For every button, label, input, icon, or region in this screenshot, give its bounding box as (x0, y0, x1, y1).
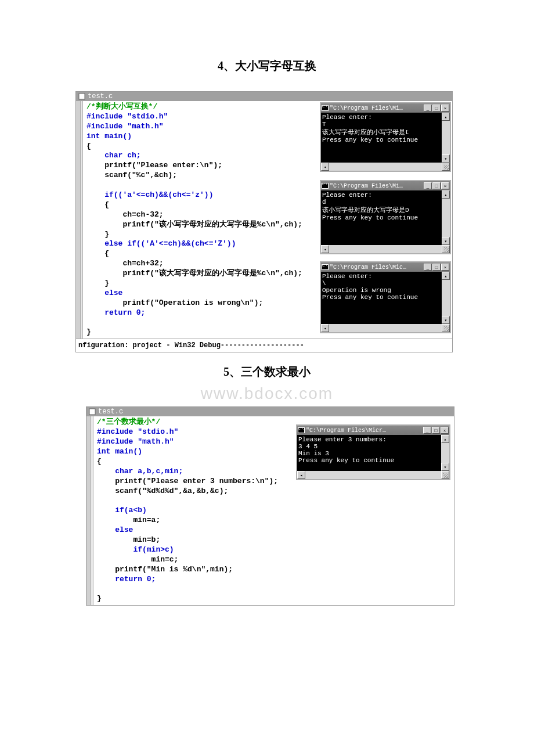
code-line: #include "stdio.h" (97, 427, 178, 436)
minimize-button[interactable]: _ (424, 105, 432, 111)
horizontal-scrollbar[interactable]: ◂▸ (321, 163, 450, 171)
svg-rect-0 (79, 93, 85, 99)
scroll-down-icon[interactable]: ▾ (442, 316, 450, 324)
vertical-scrollbar[interactable]: ▴▾ (442, 113, 450, 163)
scroll-left-icon[interactable]: ◂ (321, 245, 329, 253)
horizontal-scrollbar[interactable]: ◂▸ (321, 324, 450, 332)
close-button[interactable]: × (441, 105, 449, 111)
file-icon (78, 93, 85, 100)
resize-grip[interactable] (442, 163, 450, 171)
code-line: if(a<b) (97, 506, 147, 514)
code-line: return 0; (86, 308, 145, 317)
console-line: Press any key to continue (298, 457, 441, 464)
svg-rect-1 (89, 409, 95, 415)
vertical-scrollbar[interactable]: ▴▾ (442, 190, 450, 245)
code-line: scanf("%d%d%d",&a,&b,&c); (97, 487, 228, 495)
editor-title: test.c (88, 92, 113, 100)
code-line: if(('a'<=ch)&&(ch<='z')) (86, 190, 213, 199)
code-line: printf("该大写字母对应的小写字母是%c\n",ch); (86, 269, 302, 278)
code-line: min=a; (97, 516, 160, 524)
code-line: printf("Please enter:\n"); (86, 161, 222, 170)
scroll-down-icon[interactable]: ▾ (442, 154, 450, 163)
code-line: return 0; (97, 575, 156, 584)
heading-5: 5、三个数求最小 (75, 364, 459, 380)
console-output-1: "C:\Program Files\Mi… _ □ × Please enter… (320, 102, 451, 172)
vertical-scrollbar[interactable]: ▴▾ (442, 272, 450, 324)
horizontal-scrollbar[interactable]: ◂▸ (321, 245, 450, 253)
maximize-button[interactable]: □ (432, 264, 441, 271)
maximize-button[interactable]: □ (432, 182, 441, 189)
scroll-up-icon[interactable]: ▴ (442, 272, 450, 280)
editor-titlebar: test.c (76, 92, 452, 101)
code-line: } (97, 594, 102, 603)
code-line: { (97, 457, 102, 466)
console-line: d (322, 199, 442, 206)
console-titlebar: "C:\Program Files\Mi… _ □ × (321, 103, 450, 113)
screenshot-1: test.c /*判断大小写互换*/ #include "stdio.h" #i… (75, 91, 453, 352)
console-title: "C:\Program Files\Mic… (330, 264, 406, 271)
console-output-2: "C:\Program Files\Mi… _ □ × Please enter… (320, 180, 451, 254)
gutter (76, 101, 81, 339)
code-line: printf("该小写字母对应的大写字母是%c\n",ch); (86, 220, 302, 229)
console-line: \ (322, 280, 442, 287)
console-line: Operation is wrong (322, 287, 442, 294)
code-line: min=c; (97, 555, 178, 564)
scroll-down-icon[interactable]: ▾ (442, 237, 450, 245)
minimize-button[interactable]: _ (424, 182, 432, 189)
scroll-left-icon[interactable]: ◂ (321, 163, 329, 171)
console-titlebar: "C:\Program Files\Mic… _ □ × (321, 262, 450, 272)
code-line: #include "math.h" (97, 437, 174, 446)
screenshot-2: test.c /*三个数求最小*/ #include "stdio.h" #in… (86, 406, 454, 606)
code-line: scanf("%c",&ch); (86, 171, 177, 179)
resize-grip[interactable] (442, 245, 450, 253)
close-button[interactable]: × (441, 427, 449, 434)
console-line: Please enter: (322, 192, 442, 199)
horizontal-scrollbar[interactable]: ◂▸ (297, 471, 449, 479)
code-comment: /*三个数求最小*/ (97, 417, 160, 426)
cmd-icon (322, 264, 329, 270)
gutter (86, 416, 91, 605)
console-title: "C:\Program Files\Mi… (330, 105, 403, 111)
code-line: else (86, 289, 122, 297)
scroll-up-icon[interactable]: ▴ (441, 435, 449, 443)
console-line: Please enter: (322, 273, 442, 280)
watermark: www.bdocx.com (75, 384, 459, 403)
console-line: Please enter 3 numbers: (298, 436, 441, 443)
scroll-down-icon[interactable]: ▾ (441, 463, 449, 471)
editor-title: test.c (98, 408, 123, 416)
close-button[interactable]: × (441, 264, 449, 271)
console-line: 3 4 5 (298, 443, 441, 450)
console-line: 该小写字母对应的大写字母是D (322, 206, 442, 214)
scroll-left-icon[interactable]: ◂ (321, 324, 329, 332)
console-line: T (322, 121, 442, 128)
close-button[interactable]: × (441, 182, 449, 189)
code-line: char a,b,c,min; (97, 467, 183, 476)
code-line: #include "stdio.h" (86, 112, 168, 121)
code-line: { (86, 249, 109, 258)
console-line: Min is 3 (298, 450, 441, 457)
scroll-left-icon[interactable]: ◂ (297, 471, 305, 479)
console-line: Press any key to continue (322, 294, 442, 301)
console-line: Please enter: (322, 114, 442, 121)
scroll-up-icon[interactable]: ▴ (442, 190, 450, 199)
code-line: { (86, 142, 91, 150)
resize-grip[interactable] (441, 471, 449, 479)
vertical-scrollbar[interactable]: ▴▾ (441, 435, 449, 471)
maximize-button[interactable]: □ (432, 427, 440, 434)
console-line: Press any key to continue (322, 136, 442, 143)
scroll-up-icon[interactable]: ▴ (442, 113, 450, 121)
code-line: else if(('A'<=ch)&&(ch<='Z')) (86, 239, 236, 248)
maximize-button[interactable]: □ (432, 105, 441, 111)
build-output: nfiguration: project - Win32 Debug------… (76, 339, 452, 352)
console-titlebar: "C:\Program Files\Micr… _ □ × (297, 426, 449, 435)
code-line: char ch; (86, 151, 141, 160)
code-line: ch=ch-32; (86, 210, 164, 219)
code-line: printf("Please enter 3 numbers:\n"); (97, 477, 278, 485)
minimize-button[interactable]: _ (424, 264, 432, 271)
code-line: if(min>c) (97, 545, 174, 554)
code-line: { (86, 200, 109, 209)
code-line: ch=ch+32; (86, 259, 164, 268)
console-line: Press any key to continue (322, 214, 442, 221)
minimize-button[interactable]: _ (423, 427, 431, 434)
resize-grip[interactable] (442, 324, 450, 332)
